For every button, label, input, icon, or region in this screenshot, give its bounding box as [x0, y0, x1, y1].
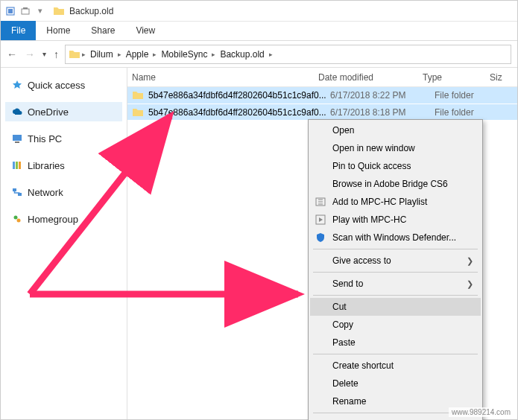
- folder-icon: [132, 89, 144, 101]
- column-headers: Name Date modified Type Siz: [127, 68, 517, 87]
- cm-label: Add to MPC-HC Playlist: [332, 197, 427, 207]
- up-button[interactable]: ↑: [54, 48, 59, 60]
- quick-access-toolbar: ▾: [5, 6, 45, 16]
- chevron-right-icon: ❯: [467, 256, 473, 266]
- cm-label: Browse in Adobe Bridge CS6: [332, 179, 448, 189]
- svg-rect-2: [22, 9, 29, 14]
- cm-adobe-bridge[interactable]: Browse in Adobe Bridge CS6: [310, 175, 481, 193]
- svg-point-11: [14, 216, 18, 220]
- cm-label: Scan with Windows Defender...: [332, 232, 456, 243]
- cm-label: Pin to Quick access: [332, 161, 411, 171]
- cm-label: Open: [332, 125, 354, 136]
- col-name[interactable]: Name: [132, 72, 318, 83]
- tab-view[interactable]: View: [125, 21, 165, 40]
- title-bar: ▾ Backup.old: [1, 1, 517, 22]
- cm-paste[interactable]: Paste: [310, 334, 481, 351]
- context-menu: Open Open in new window Pin to Quick acc…: [308, 119, 483, 420]
- libraries-icon: [11, 159, 23, 171]
- cm-mpc-play[interactable]: Play with MPC-HC: [310, 211, 481, 229]
- qat-undo-icon[interactable]: [20, 6, 31, 16]
- separator: [313, 354, 478, 354]
- crumb-1[interactable]: Apple: [123, 49, 152, 60]
- crumb-2[interactable]: MobileSync: [158, 49, 210, 60]
- sidebar-libraries[interactable]: Libraries: [5, 156, 122, 175]
- window-title: Backup.old: [69, 6, 113, 16]
- file-date: 6/17/2018 8:18 PM: [330, 107, 435, 118]
- cm-label: Cut: [332, 302, 347, 312]
- crumb-3[interactable]: Backup.old: [217, 49, 267, 60]
- cm-send-to[interactable]: Send to❯: [310, 275, 481, 293]
- cm-give-access-to[interactable]: Give access to❯: [310, 252, 481, 270]
- qat-dropdown-icon[interactable]: ▾: [35, 6, 45, 16]
- chevron-right-icon[interactable]: ▸: [153, 51, 157, 58]
- svg-rect-1: [8, 9, 13, 13]
- back-button[interactable]: ←: [7, 48, 17, 60]
- sidebar-label: Quick access: [28, 80, 85, 91]
- tab-share[interactable]: Share: [80, 21, 125, 40]
- svg-rect-5: [15, 141, 19, 143]
- cm-defender-scan[interactable]: Scan with Windows Defender...: [310, 229, 481, 246]
- folder-icon: [53, 5, 65, 17]
- tab-home[interactable]: Home: [36, 21, 80, 40]
- star-icon: [11, 79, 23, 91]
- cm-label: Paste: [332, 337, 356, 348]
- separator: [313, 272, 478, 273]
- sidebar-this-pc[interactable]: This PC: [5, 129, 122, 148]
- col-date[interactable]: Date modified: [318, 72, 423, 83]
- breadcrumb[interactable]: ▸ Dilum ▸ Apple ▸ MobileSync ▸ Backup.ol…: [65, 45, 511, 64]
- folder-icon: [69, 48, 80, 60]
- separator: [313, 249, 478, 249]
- svg-rect-7: [16, 162, 18, 169]
- cm-label: Rename: [332, 396, 366, 407]
- svg-rect-8: [19, 162, 21, 169]
- list-item[interactable]: 5b47e886a34fdbf6d4ff2802604b51c1c9af0...…: [127, 104, 517, 120]
- svg-rect-9: [13, 188, 16, 191]
- crumb-0[interactable]: Dilum: [87, 49, 116, 60]
- cm-create-shortcut[interactable]: Create shortcut: [310, 357, 481, 375]
- chevron-right-icon[interactable]: ▸: [118, 51, 121, 58]
- sidebar-label: This PC: [28, 133, 62, 144]
- sidebar-label: Homegroup: [28, 214, 78, 225]
- chevron-right-icon: ❯: [467, 279, 473, 289]
- cm-open[interactable]: Open: [310, 121, 481, 139]
- cm-label: Copy: [332, 319, 353, 330]
- network-icon: [11, 186, 23, 198]
- pc-icon: [11, 133, 23, 144]
- list-item[interactable]: 5b47e886a34fdbf6d4ff2802604b51c1c9af0...…: [127, 87, 517, 104]
- watermark: www.989214.com: [449, 407, 514, 417]
- cloud-icon: [11, 106, 23, 118]
- homegroup-icon: [11, 213, 23, 225]
- col-type[interactable]: Type: [423, 72, 490, 83]
- cm-cut[interactable]: Cut: [310, 298, 481, 316]
- chevron-right-icon[interactable]: ▸: [82, 51, 86, 58]
- cm-open-new-window[interactable]: Open in new window: [310, 139, 481, 157]
- nav-arrows: ← → ▾ ↑: [7, 48, 59, 60]
- sidebar-label: Libraries: [28, 160, 65, 171]
- col-size[interactable]: Siz: [490, 72, 518, 83]
- cm-label: Give access to: [332, 255, 391, 266]
- forward-button[interactable]: →: [25, 48, 35, 60]
- cm-pin-quick-access[interactable]: Pin to Quick access: [310, 157, 481, 175]
- sidebar-quick-access[interactable]: Quick access: [5, 75, 122, 95]
- sidebar-homegroup[interactable]: Homegroup: [5, 209, 122, 229]
- cm-copy[interactable]: Copy: [310, 316, 481, 334]
- sidebar-network[interactable]: Network: [5, 182, 122, 202]
- svg-rect-3: [23, 7, 28, 9]
- sidebar-onedrive[interactable]: OneDrive: [5, 102, 122, 121]
- cm-delete[interactable]: Delete: [310, 375, 481, 392]
- qat-props-icon[interactable]: [5, 6, 16, 16]
- separator: [313, 295, 478, 296]
- cm-label: Delete: [332, 378, 359, 389]
- cm-label: Open in new window: [332, 143, 415, 153]
- playlist-icon: [315, 196, 326, 208]
- file-name: 5b47e886a34fdbf6d4ff2802604b51c1c9af0...: [148, 90, 330, 101]
- tab-file[interactable]: File: [1, 21, 36, 40]
- cm-mpc-add[interactable]: Add to MPC-HC Playlist: [310, 193, 481, 211]
- chevron-right-icon[interactable]: ▸: [212, 51, 215, 58]
- file-type: File folder: [435, 107, 502, 118]
- chevron-right-icon[interactable]: ▸: [269, 51, 273, 58]
- file-type: File folder: [435, 90, 502, 101]
- svg-rect-4: [13, 135, 22, 141]
- recent-dropdown-icon[interactable]: ▾: [42, 50, 46, 58]
- cm-label: Create shortcut: [332, 360, 394, 371]
